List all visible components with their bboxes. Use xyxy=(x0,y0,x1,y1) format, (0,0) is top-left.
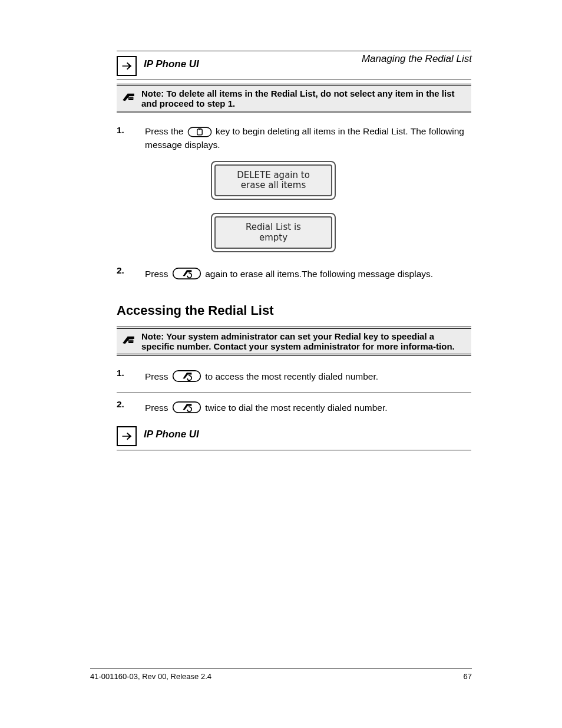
subheading-2-text: IP Phone UI xyxy=(144,426,199,440)
svg-rect-8 xyxy=(129,341,130,341)
access-step-2-pre: Press xyxy=(145,403,171,413)
access-step-2-body: Press twice to dial the most recently di… xyxy=(145,399,471,416)
subheading-row-2: IP Phone UI xyxy=(117,421,471,446)
step-1-body: Press the key to begin deleting all item… xyxy=(145,125,471,151)
step-1-text-pre: Press the xyxy=(145,126,186,136)
redial-key-icon xyxy=(172,368,201,384)
rule-under-subheading-2 xyxy=(117,450,471,450)
note-1-text: Note: To delete all items in the Redial … xyxy=(141,88,468,108)
arrow-right-icon xyxy=(117,426,137,446)
footer-rule xyxy=(90,668,472,668)
access-step-1-body: Press to access the most recently dialed… xyxy=(145,368,471,384)
step-2-body: Press again to erase all items.The follo… xyxy=(145,265,471,282)
svg-rect-12 xyxy=(173,402,201,413)
step-2-text-pre: Press xyxy=(145,269,171,279)
footer-page-number: 67 xyxy=(464,672,472,681)
redial-key-icon xyxy=(172,265,201,282)
lcd-screen-1: DELETE again to erase all items xyxy=(211,161,336,200)
access-step-2: 2. Press twice to dial the most recently… xyxy=(117,399,471,416)
arrow-right-icon xyxy=(117,56,137,76)
lcd2-line1: Redial List is xyxy=(219,222,328,232)
svg-rect-3 xyxy=(132,98,133,98)
lcd1-line2: erase all items xyxy=(219,180,328,190)
access-step-1-pre: Press xyxy=(145,371,171,381)
svg-rect-2 xyxy=(131,98,131,98)
lcd-screen-2: Redial List is empty xyxy=(211,213,336,252)
subheading-1-text: IP Phone UI xyxy=(144,56,199,70)
footer-doc-id: 41-001160-03, Rev 00, Release 2.4 xyxy=(90,672,211,681)
svg-rect-6 xyxy=(173,268,201,279)
page-footer: 41-001160-03, Rev 00, Release 2.4 67 xyxy=(90,668,472,681)
svg-rect-9 xyxy=(131,341,131,341)
svg-rect-0 xyxy=(128,97,133,100)
step-2: 2. Press again to erase all items.The fo… xyxy=(117,265,471,282)
phone-icon xyxy=(120,91,137,106)
redial-key-icon xyxy=(172,399,201,416)
delete-key-icon xyxy=(187,125,212,139)
step-2-text-post: again to erase all items.The following m… xyxy=(205,269,433,279)
access-step-1-post: to access the most recently dialed numbe… xyxy=(205,371,378,381)
lcd-screens: DELETE again to erase all items Redial L… xyxy=(211,161,471,252)
lcd1-line1: DELETE again to xyxy=(219,170,328,180)
lcd2-line2: empty xyxy=(219,233,328,243)
svg-rect-1 xyxy=(129,98,130,98)
svg-rect-10 xyxy=(132,341,133,341)
heading-accessing-redial: Accessing the Redial List xyxy=(117,303,471,318)
step-1-number: 1. xyxy=(117,125,137,136)
step-2-number: 2. xyxy=(117,265,137,276)
rule-between-access-steps xyxy=(117,393,471,393)
rule-under-subheading-1 xyxy=(117,80,471,80)
svg-rect-11 xyxy=(173,371,201,381)
phone-icon xyxy=(120,334,137,349)
subheading-row-1: IP Phone UI xyxy=(117,51,471,76)
access-step-2-number: 2. xyxy=(117,399,137,410)
access-step-2-post: twice to dial the most recently dialed n… xyxy=(205,403,387,413)
note-bar-1: Note: To delete all items in the Redial … xyxy=(117,84,471,113)
access-step-1: 1. Press to access the most recently dia… xyxy=(117,368,471,384)
step-1: 1. Press the key to begin deleting all i… xyxy=(117,125,471,151)
access-step-1-number: 1. xyxy=(117,368,137,378)
note-2-text: Note: Your system administrator can set … xyxy=(141,331,468,351)
note-bar-2: Note: Your system administrator can set … xyxy=(117,327,471,356)
